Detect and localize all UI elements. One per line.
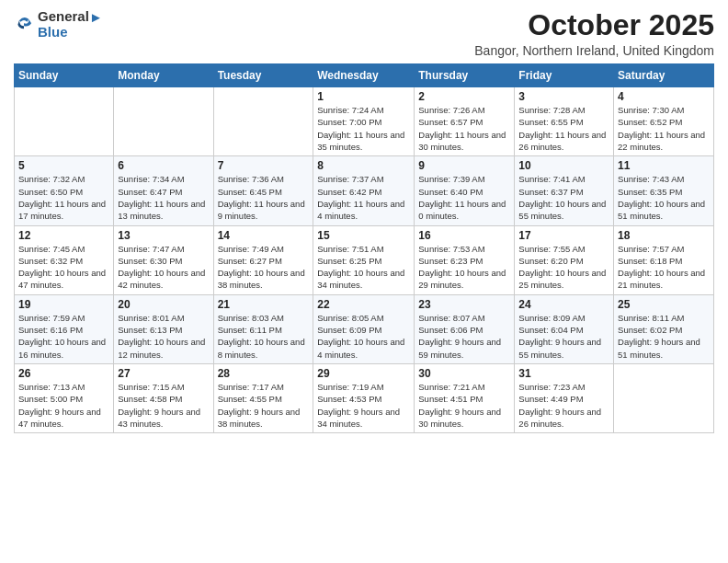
table-row: 26Sunrise: 7:13 AMSunset: 5:00 PMDayligh…	[15, 363, 114, 432]
day-number: 24	[518, 298, 609, 311]
day-detail: Sunrise: 7:13 AMSunset: 5:00 PMDaylight:…	[18, 381, 109, 430]
table-row: 21Sunrise: 8:03 AMSunset: 6:11 PMDayligh…	[213, 294, 313, 363]
table-row: 25Sunrise: 8:11 AMSunset: 6:02 PMDayligh…	[614, 294, 714, 363]
day-number: 11	[618, 159, 710, 172]
calendar-week-row: 26Sunrise: 7:13 AMSunset: 5:00 PMDayligh…	[15, 363, 714, 432]
day-detail: Sunrise: 7:32 AMSunset: 6:50 PMDaylight:…	[18, 173, 109, 222]
table-row	[114, 87, 213, 156]
day-detail: Sunrise: 7:59 AMSunset: 6:16 PMDaylight:…	[18, 312, 109, 361]
day-number: 3	[518, 90, 609, 103]
day-number: 14	[218, 229, 310, 242]
day-detail: Sunrise: 7:21 AMSunset: 4:51 PMDaylight:…	[418, 381, 510, 430]
calendar-week-row: 1Sunrise: 7:24 AMSunset: 7:00 PMDaylight…	[15, 87, 714, 156]
day-detail: Sunrise: 7:55 AMSunset: 6:20 PMDaylight:…	[518, 243, 609, 292]
day-detail: Sunrise: 7:53 AMSunset: 6:23 PMDaylight:…	[418, 243, 510, 292]
day-number: 12	[18, 229, 109, 242]
day-detail: Sunrise: 7:24 AMSunset: 7:00 PMDaylight:…	[317, 104, 410, 153]
header-sunday: Sunday	[15, 64, 114, 87]
logo-icon	[14, 14, 34, 34]
calendar-table: Sunday Monday Tuesday Wednesday Thursday…	[14, 63, 714, 433]
header-thursday: Thursday	[415, 64, 515, 87]
day-number: 26	[18, 367, 109, 380]
day-number: 8	[317, 159, 410, 172]
day-number: 6	[118, 159, 209, 172]
day-detail: Sunrise: 8:05 AMSunset: 6:09 PMDaylight:…	[317, 312, 410, 361]
day-number: 31	[518, 367, 609, 380]
day-number: 21	[218, 298, 310, 311]
table-row: 27Sunrise: 7:15 AMSunset: 4:58 PMDayligh…	[114, 363, 213, 432]
header-saturday: Saturday	[614, 64, 714, 87]
table-row: 3Sunrise: 7:28 AMSunset: 6:55 PMDaylight…	[515, 87, 614, 156]
day-number: 28	[218, 367, 310, 380]
calendar-body: 1Sunrise: 7:24 AMSunset: 7:00 PMDaylight…	[15, 87, 714, 433]
title-block: October 2025 Bangor, Northern Ireland, U…	[474, 9, 714, 58]
day-detail: Sunrise: 7:28 AMSunset: 6:55 PMDaylight:…	[518, 104, 609, 153]
calendar-week-row: 5Sunrise: 7:32 AMSunset: 6:50 PMDaylight…	[15, 156, 714, 225]
day-detail: Sunrise: 8:11 AMSunset: 6:02 PMDaylight:…	[618, 312, 710, 361]
day-number: 30	[418, 367, 510, 380]
logo-icon-arrow: ►	[89, 9, 103, 25]
table-row: 28Sunrise: 7:17 AMSunset: 4:55 PMDayligh…	[213, 363, 313, 432]
logo-blue: Blue	[38, 25, 103, 39]
calendar-week-row: 12Sunrise: 7:45 AMSunset: 6:32 PMDayligh…	[15, 225, 714, 294]
day-detail: Sunrise: 7:34 AMSunset: 6:47 PMDaylight:…	[118, 173, 209, 222]
table-row: 16Sunrise: 7:53 AMSunset: 6:23 PMDayligh…	[415, 225, 515, 294]
table-row: 8Sunrise: 7:37 AMSunset: 6:42 PMDaylight…	[313, 156, 415, 225]
logo-text: General ► Blue	[38, 9, 103, 39]
day-detail: Sunrise: 7:36 AMSunset: 6:45 PMDaylight:…	[218, 173, 310, 222]
table-row: 4Sunrise: 7:30 AMSunset: 6:52 PMDaylight…	[614, 87, 714, 156]
day-number: 18	[618, 229, 710, 242]
day-number: 13	[118, 229, 209, 242]
day-detail: Sunrise: 7:37 AMSunset: 6:42 PMDaylight:…	[317, 173, 410, 222]
weekday-header-row: Sunday Monday Tuesday Wednesday Thursday…	[15, 64, 714, 87]
day-detail: Sunrise: 7:26 AMSunset: 6:57 PMDaylight:…	[418, 104, 510, 153]
day-detail: Sunrise: 7:47 AMSunset: 6:30 PMDaylight:…	[118, 243, 209, 292]
day-number: 5	[18, 159, 109, 172]
header-monday: Monday	[114, 64, 213, 87]
table-row	[15, 87, 114, 156]
table-row: 13Sunrise: 7:47 AMSunset: 6:30 PMDayligh…	[114, 225, 213, 294]
table-row: 12Sunrise: 7:45 AMSunset: 6:32 PMDayligh…	[15, 225, 114, 294]
table-row: 19Sunrise: 7:59 AMSunset: 6:16 PMDayligh…	[15, 294, 114, 363]
day-detail: Sunrise: 7:51 AMSunset: 6:25 PMDaylight:…	[317, 243, 410, 292]
table-row: 10Sunrise: 7:41 AMSunset: 6:37 PMDayligh…	[515, 156, 614, 225]
table-row: 18Sunrise: 7:57 AMSunset: 6:18 PMDayligh…	[614, 225, 714, 294]
day-detail: Sunrise: 8:01 AMSunset: 6:13 PMDaylight:…	[118, 312, 209, 361]
table-row: 20Sunrise: 8:01 AMSunset: 6:13 PMDayligh…	[114, 294, 213, 363]
table-row: 15Sunrise: 7:51 AMSunset: 6:25 PMDayligh…	[313, 225, 415, 294]
day-detail: Sunrise: 7:45 AMSunset: 6:32 PMDaylight:…	[18, 243, 109, 292]
table-row: 5Sunrise: 7:32 AMSunset: 6:50 PMDaylight…	[15, 156, 114, 225]
day-number: 9	[418, 159, 510, 172]
day-number: 1	[317, 90, 410, 103]
day-number: 10	[518, 159, 609, 172]
day-number: 22	[317, 298, 410, 311]
table-row: 24Sunrise: 8:09 AMSunset: 6:04 PMDayligh…	[515, 294, 614, 363]
table-row: 30Sunrise: 7:21 AMSunset: 4:51 PMDayligh…	[415, 363, 515, 432]
day-number: 2	[418, 90, 510, 103]
day-detail: Sunrise: 8:03 AMSunset: 6:11 PMDaylight:…	[218, 312, 310, 361]
logo-general: General	[38, 9, 89, 25]
table-row: 7Sunrise: 7:36 AMSunset: 6:45 PMDaylight…	[213, 156, 313, 225]
table-row	[213, 87, 313, 156]
calendar-week-row: 19Sunrise: 7:59 AMSunset: 6:16 PMDayligh…	[15, 294, 714, 363]
day-number: 29	[317, 367, 410, 380]
day-detail: Sunrise: 8:09 AMSunset: 6:04 PMDaylight:…	[518, 312, 609, 361]
table-row: 23Sunrise: 8:07 AMSunset: 6:06 PMDayligh…	[415, 294, 515, 363]
day-detail: Sunrise: 7:23 AMSunset: 4:49 PMDaylight:…	[518, 381, 609, 430]
table-row: 6Sunrise: 7:34 AMSunset: 6:47 PMDaylight…	[114, 156, 213, 225]
day-detail: Sunrise: 7:49 AMSunset: 6:27 PMDaylight:…	[218, 243, 310, 292]
location-title: Bangor, Northern Ireland, United Kingdom	[474, 43, 714, 58]
day-detail: Sunrise: 7:41 AMSunset: 6:37 PMDaylight:…	[518, 173, 609, 222]
day-number: 7	[218, 159, 310, 172]
day-detail: Sunrise: 7:43 AMSunset: 6:35 PMDaylight:…	[618, 173, 710, 222]
page: General ► Blue October 2025 Bangor, Nort…	[0, 0, 728, 563]
day-detail: Sunrise: 7:39 AMSunset: 6:40 PMDaylight:…	[418, 173, 510, 222]
day-detail: Sunrise: 7:57 AMSunset: 6:18 PMDaylight:…	[618, 243, 710, 292]
table-row: 1Sunrise: 7:24 AMSunset: 7:00 PMDaylight…	[313, 87, 415, 156]
day-detail: Sunrise: 7:30 AMSunset: 6:52 PMDaylight:…	[618, 104, 710, 153]
day-number: 27	[118, 367, 209, 380]
day-detail: Sunrise: 7:15 AMSunset: 4:58 PMDaylight:…	[118, 381, 209, 430]
table-row: 9Sunrise: 7:39 AMSunset: 6:40 PMDaylight…	[415, 156, 515, 225]
table-row: 2Sunrise: 7:26 AMSunset: 6:57 PMDaylight…	[415, 87, 515, 156]
day-number: 23	[418, 298, 510, 311]
